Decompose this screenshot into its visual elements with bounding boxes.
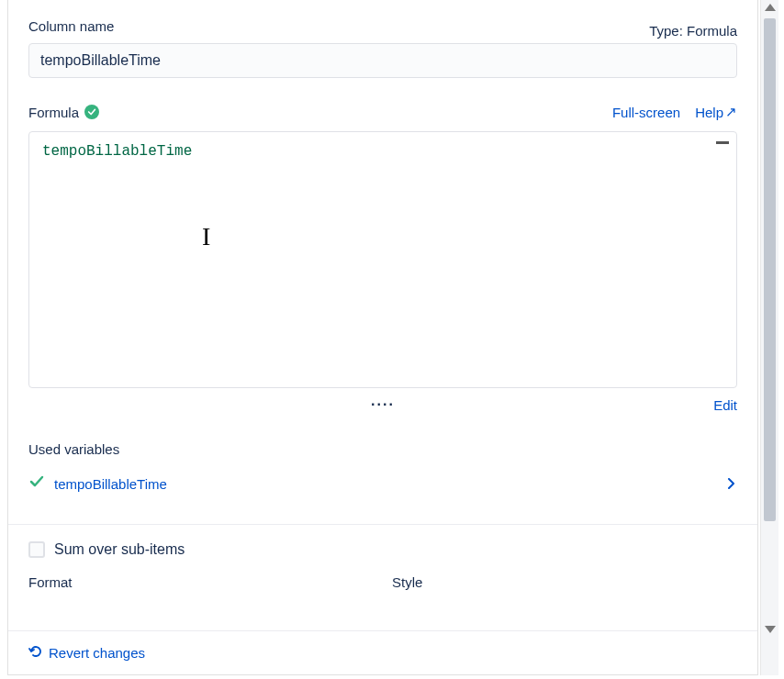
edit-formula-link[interactable]: Edit xyxy=(713,397,737,413)
column-name-row: Column name Type: Formula xyxy=(28,18,737,43)
help-link-label: Help xyxy=(695,105,723,120)
formula-header: Formula Full-screen Help ↗ xyxy=(28,104,737,120)
formula-label: Formula xyxy=(28,105,79,120)
column-editor-panel: Column name Type: Formula Formula Full-s… xyxy=(7,0,758,675)
sum-checkbox-label: Sum over sub-items xyxy=(54,541,185,558)
revert-icon xyxy=(28,644,43,662)
formula-header-actions: Full-screen Help ↗ xyxy=(612,104,737,120)
variable-row[interactable]: tempoBillableTime xyxy=(28,470,737,498)
section-divider xyxy=(8,524,757,525)
chevron-right-icon xyxy=(726,474,737,494)
column-type-label: Type: Formula xyxy=(649,23,737,39)
format-label: Format xyxy=(28,574,374,590)
sum-checkbox[interactable] xyxy=(28,541,45,558)
panel-scroll-area: Column name Type: Formula Formula Full-s… xyxy=(8,0,757,630)
text-cursor-icon: I xyxy=(202,222,210,251)
formula-editor-footer: ···· Edit xyxy=(28,395,737,414)
formula-label-group: Formula xyxy=(28,105,99,120)
variable-name: tempoBillableTime xyxy=(54,476,167,492)
formula-valid-icon xyxy=(84,105,99,119)
help-link[interactable]: Help ↗ xyxy=(695,104,737,120)
variable-row-left: tempoBillableTime xyxy=(28,473,167,495)
used-variables-label: Used variables xyxy=(28,441,737,457)
formula-content: tempoBillableTime xyxy=(42,143,192,160)
sum-checkbox-row: Sum over sub-items xyxy=(28,541,737,558)
vertical-scrollbar[interactable] xyxy=(760,0,778,675)
fullscreen-link[interactable]: Full-screen xyxy=(612,104,680,120)
resize-handle-icon[interactable]: ···· xyxy=(371,396,395,413)
column-name-input[interactable] xyxy=(28,43,737,78)
panel-footer: Revert changes xyxy=(8,630,757,674)
scroll-up-icon[interactable] xyxy=(765,4,776,11)
revert-changes-button[interactable]: Revert changes xyxy=(28,644,145,662)
scroll-thumb[interactable] xyxy=(764,18,776,521)
editor-scroll-indicator xyxy=(716,141,729,144)
variable-valid-icon xyxy=(28,473,45,495)
format-style-row: Format Style xyxy=(28,574,737,590)
external-link-icon: ↗ xyxy=(725,104,737,120)
revert-label: Revert changes xyxy=(49,645,145,661)
scroll-down-icon[interactable] xyxy=(765,626,776,633)
formula-editor[interactable]: tempoBillableTime I xyxy=(28,131,737,388)
style-label: Style xyxy=(392,574,737,590)
column-name-label: Column name xyxy=(28,18,114,34)
